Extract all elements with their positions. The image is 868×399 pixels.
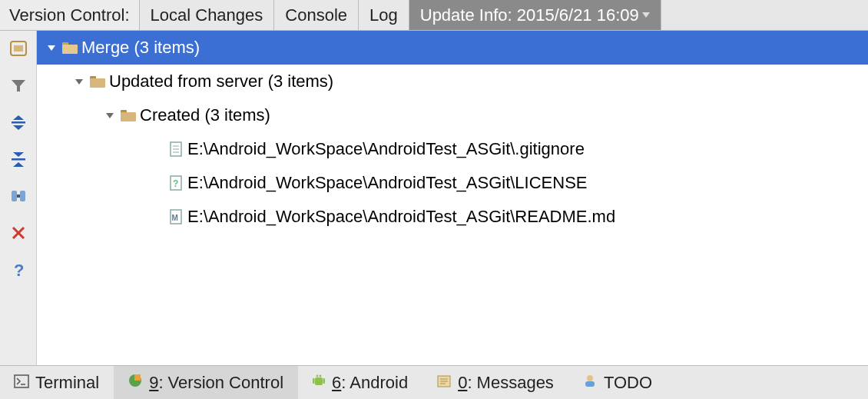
- svg-rect-23: [121, 112, 136, 121]
- close-icon[interactable]: [5, 220, 31, 246]
- svg-marker-18: [75, 79, 83, 85]
- tree-node-updated[interactable]: Updated from server (3 items): [37, 65, 868, 98]
- tool-version-control[interactable]: 9: Version Control: [114, 366, 298, 399]
- update-tree[interactable]: Merge (3 items) Updated from server (3 i…: [37, 31, 868, 365]
- unknown-file-icon: ?: [166, 175, 186, 191]
- tab-update-info[interactable]: Update Info: 2015/6/21 16:09: [409, 0, 661, 30]
- folder-icon: [60, 41, 80, 55]
- tool-android[interactable]: 6: Android: [298, 366, 422, 399]
- tab-log[interactable]: Log: [359, 0, 409, 30]
- vcs-icon: [128, 373, 143, 393]
- svg-rect-1: [14, 45, 23, 52]
- disclosure-down-icon[interactable]: [71, 76, 88, 87]
- tool-todo[interactable]: TODO: [568, 366, 667, 399]
- svg-marker-5: [13, 125, 24, 130]
- tree-node-label: Merge (3 items): [80, 38, 200, 58]
- tool-android-label: 6: Android: [332, 373, 408, 393]
- svg-rect-9: [12, 191, 17, 201]
- svg-text:?: ?: [173, 178, 178, 189]
- svg-text:M: M: [172, 214, 178, 222]
- tool-messages-label: 0: Messages: [458, 373, 554, 393]
- main-area: ? Merge (3 items): [0, 31, 868, 365]
- folder-icon: [88, 75, 108, 88]
- svg-rect-10: [20, 191, 25, 201]
- svg-rect-46: [585, 381, 595, 387]
- svg-marker-6: [13, 152, 24, 157]
- terminal-icon: [14, 373, 29, 393]
- left-toolbar: ?: [0, 31, 37, 365]
- tree-node-label: Updated from server (3 items): [108, 71, 333, 91]
- expand-all-icon[interactable]: [5, 109, 31, 135]
- tab-update-info-label: Update Info: 2015/6/21 16:09: [420, 5, 639, 25]
- todo-icon: [582, 373, 598, 393]
- markdown-file-icon: M: [166, 209, 186, 224]
- svg-marker-15: [48, 45, 55, 51]
- android-icon: [312, 373, 326, 393]
- svg-rect-4: [12, 121, 25, 124]
- svg-marker-2: [12, 80, 25, 91]
- svg-point-45: [587, 375, 593, 381]
- chevron-down-icon: [642, 12, 650, 18]
- tree-node-created[interactable]: Created (3 items): [37, 98, 868, 132]
- tree-file-label: E:\Android_WorkSpace\AndroidTest_ASGit\.…: [186, 139, 585, 159]
- svg-text:?: ?: [14, 261, 24, 279]
- tab-local-changes[interactable]: Local Changes: [140, 0, 275, 30]
- svg-marker-3: [13, 115, 24, 120]
- svg-rect-39: [313, 378, 315, 384]
- help-icon[interactable]: ?: [5, 257, 31, 283]
- messages-icon: [436, 373, 452, 393]
- tool-terminal-label: Terminal: [35, 373, 99, 393]
- svg-rect-40: [323, 378, 326, 384]
- diff-icon[interactable]: [5, 183, 31, 209]
- tool-todo-label: TODO: [604, 373, 652, 393]
- folder-icon: [118, 108, 138, 122]
- collapse-all-icon[interactable]: [5, 146, 31, 172]
- bottom-toolbar: Terminal 9: Version Control 6: Android: [0, 365, 868, 399]
- tree-file-row[interactable]: ? E:\Android_WorkSpace\AndroidTest_ASGit…: [37, 166, 868, 200]
- disclosure-down-icon[interactable]: [101, 110, 118, 121]
- tree-file-label: E:\Android_WorkSpace\AndroidTest_ASGit\L…: [186, 173, 588, 193]
- svg-point-38: [320, 374, 322, 377]
- svg-rect-35: [134, 374, 141, 381]
- group-by-icon[interactable]: [5, 35, 31, 62]
- tree-node-merge[interactable]: Merge (3 items): [37, 31, 868, 65]
- tree-file-row[interactable]: E:\Android_WorkSpace\AndroidTest_ASGit\.…: [37, 132, 868, 166]
- svg-marker-8: [13, 162, 24, 167]
- svg-rect-17: [62, 45, 78, 54]
- tab-console[interactable]: Console: [274, 0, 359, 30]
- svg-rect-11: [17, 195, 20, 198]
- vcs-tab-title: Version Control:: [0, 0, 140, 30]
- svg-rect-36: [315, 377, 323, 385]
- svg-marker-21: [106, 113, 114, 118]
- text-file-icon: [166, 141, 186, 157]
- tool-vcs-label: 9: Version Control: [149, 373, 283, 393]
- svg-point-37: [316, 374, 319, 377]
- tree-node-label: Created (3 items): [138, 105, 270, 125]
- svg-rect-32: [15, 375, 28, 387]
- tree-file-row[interactable]: M E:\Android_WorkSpace\AndroidTest_ASGit…: [37, 200, 868, 234]
- tool-terminal[interactable]: Terminal: [0, 366, 114, 399]
- svg-rect-20: [90, 78, 105, 88]
- tool-messages[interactable]: 0: Messages: [422, 366, 568, 399]
- tree-file-label: E:\Android_WorkSpace\AndroidTest_ASGit\R…: [186, 207, 615, 227]
- svg-rect-7: [12, 158, 25, 161]
- filter-icon[interactable]: [5, 72, 31, 98]
- disclosure-down-icon[interactable]: [43, 42, 60, 53]
- vcs-tab-bar: Version Control: Local Changes Console L…: [0, 0, 868, 31]
